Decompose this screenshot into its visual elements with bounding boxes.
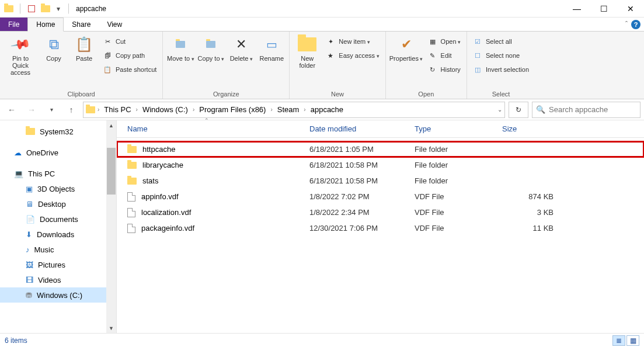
tab-file[interactable]: File [0, 18, 27, 31]
column-headers: Name⌃ Date modified Type Size [117, 120, 644, 138]
easy-access-button[interactable]: ★Easy access [323, 49, 381, 62]
close-button[interactable]: ✕ [617, 0, 644, 18]
delete-icon: ✕ [232, 35, 250, 54]
maximize-button[interactable]: ☐ [590, 0, 617, 18]
crumb-steam[interactable]: Steam [275, 105, 302, 114]
chevron-right-icon[interactable]: › [98, 106, 99, 113]
file-date: 1/8/2022 7:02 PM [309, 192, 415, 201]
history-button[interactable]: ↻History [426, 63, 463, 76]
scroll-down-icon[interactable]: ▼ [106, 323, 116, 333]
crumb-appcache[interactable]: appcache [308, 105, 346, 114]
edit-icon: ✎ [428, 51, 437, 60]
copy-button[interactable]: ⧉ Copy [40, 33, 68, 62]
qat-properties-icon[interactable] [25, 2, 38, 15]
copy-label: Copy [46, 55, 61, 62]
file-type: VDF File [415, 192, 502, 201]
documents-icon: 📄 [26, 215, 35, 224]
status-bar: 6 items ≣ ▦ [0, 333, 644, 347]
open-button[interactable]: ▦Open [426, 35, 463, 48]
nav-item-downloads[interactable]: ⬇Downloads [0, 227, 116, 242]
ribbon-collapse-icon[interactable]: ˆ [625, 20, 628, 29]
copy-to-button[interactable]: Copy to [197, 33, 225, 62]
column-name[interactable]: Name⌃ [117, 124, 309, 133]
column-type[interactable]: Type [415, 124, 502, 133]
search-box[interactable]: 🔍 Search appcache [532, 102, 640, 118]
select-all-button[interactable]: ☑Select all [471, 35, 531, 48]
rename-icon: ▭ [262, 35, 281, 54]
nav-item-onedrive[interactable]: ☁OneDrive [0, 145, 116, 160]
view-details-button[interactable]: ≣ [612, 335, 625, 346]
file-list: httpcache6/18/2021 1:05 PMFile folderlib… [117, 138, 644, 333]
recent-locations-button[interactable]: ▾ [43, 102, 60, 118]
address-bar[interactable]: › This PC › Windows (C:) › Program Files… [83, 102, 505, 118]
select-none-button[interactable]: ☐Select none [471, 49, 531, 62]
crumb-windows-c[interactable]: Windows (C:) [140, 105, 190, 114]
file-row[interactable]: librarycache6/18/2021 10:58 PMFile folde… [117, 157, 644, 173]
nav-item-videos[interactable]: 🎞Videos [0, 272, 116, 287]
downloads-icon: ⬇ [26, 230, 32, 239]
tab-view[interactable]: View [99, 18, 130, 31]
qat-customize-icon[interactable]: ▾ [53, 5, 64, 13]
nav-item-documents[interactable]: 📄Documents [0, 211, 116, 227]
chevron-right-icon[interactable]: › [193, 106, 194, 113]
new-item-icon: ✦ [326, 37, 335, 46]
scroll-up-icon[interactable]: ▲ [106, 120, 116, 130]
app-icon [2, 2, 15, 15]
nav-item-windows-c[interactable]: ⛃Windows (C:) [0, 287, 116, 303]
edit-button[interactable]: ✎Edit [426, 49, 463, 62]
crumb-program-files[interactable]: Program Files (x86) [197, 105, 268, 114]
help-icon[interactable]: ? [631, 20, 640, 29]
tab-share[interactable]: Share [64, 18, 99, 31]
file-date: 1/8/2022 2:34 PM [309, 208, 415, 217]
nav-item-desktop[interactable]: 🖥Desktop [0, 196, 116, 211]
paste-button[interactable]: 📋 Paste [70, 33, 98, 62]
file-name: appinfo.vdf [141, 192, 179, 201]
refresh-button[interactable]: ↻ [509, 102, 528, 118]
move-to-icon [171, 35, 190, 54]
nav-scrollbar[interactable]: ▲ ▼ [106, 120, 116, 333]
nav-item-system32[interactable]: System32 [0, 124, 116, 139]
address-dropdown-icon[interactable]: ⌄ [497, 106, 502, 113]
pin-quick-access-button[interactable]: 📌 Pin to Quick access [4, 33, 37, 76]
nav-item-pictures[interactable]: 🖼Pictures [0, 257, 116, 272]
paste-shortcut-button[interactable]: 📋Paste shortcut [100, 63, 159, 76]
minimize-button[interactable]: — [563, 0, 590, 18]
view-icons-button[interactable]: ▦ [626, 335, 639, 346]
pin-icon: 📌 [9, 34, 31, 55]
scroll-thumb[interactable] [107, 148, 116, 195]
crumb-this-pc[interactable]: This PC [102, 105, 133, 114]
file-name: packageinfo.vdf [141, 224, 194, 233]
rename-button[interactable]: ▭ Rename [257, 33, 286, 62]
tab-home[interactable]: Home [27, 18, 64, 32]
chevron-right-icon[interactable]: › [304, 106, 305, 113]
file-row[interactable]: appinfo.vdf1/8/2022 7:02 PMVDF File874 K… [117, 189, 644, 204]
file-row[interactable]: stats6/18/2021 10:58 PMFile folder [117, 173, 644, 189]
column-size[interactable]: Size [502, 124, 561, 133]
delete-button[interactable]: ✕ Delete [227, 33, 255, 62]
forward-button[interactable]: → [23, 102, 40, 118]
move-to-button[interactable]: Move to [166, 33, 194, 62]
content-pane: Name⌃ Date modified Type Size httpcache6… [117, 120, 644, 333]
copy-path-button[interactable]: 🗐Copy path [100, 49, 159, 62]
properties-button[interactable]: ✔ Properties [389, 33, 423, 62]
chevron-right-icon[interactable]: › [270, 106, 272, 113]
file-row[interactable]: packageinfo.vdf12/30/2021 7:06 PMVDF Fil… [117, 220, 644, 236]
invert-selection-button[interactable]: ◫Invert selection [471, 63, 531, 76]
nav-item-this-pc[interactable]: 💻This PC [0, 166, 116, 181]
qat-newfolder-icon[interactable] [39, 2, 52, 15]
column-date[interactable]: Date modified [309, 124, 415, 133]
cut-button[interactable]: ✂Cut [100, 35, 159, 48]
file-row[interactable]: httpcache6/18/2021 1:05 PMFile folder [117, 141, 644, 157]
folder-icon [127, 162, 137, 169]
new-item-button[interactable]: ✦New item [323, 35, 381, 48]
nav-item-music[interactable]: ♪Music [0, 242, 116, 257]
open-icon: ▦ [428, 37, 437, 46]
chevron-right-icon[interactable]: › [136, 106, 138, 113]
nav-item-3d-objects[interactable]: ▣3D Objects [0, 181, 116, 196]
navigation-pane: System32 ☁OneDrive 💻This PC ▣3D Objects … [0, 120, 117, 333]
up-button[interactable]: ↑ [63, 102, 79, 118]
file-row[interactable]: localization.vdf1/8/2022 2:34 PMVDF File… [117, 204, 644, 220]
select-all-icon: ☑ [473, 37, 482, 46]
new-folder-button[interactable]: New folder [293, 33, 321, 69]
back-button[interactable]: ← [4, 102, 20, 118]
